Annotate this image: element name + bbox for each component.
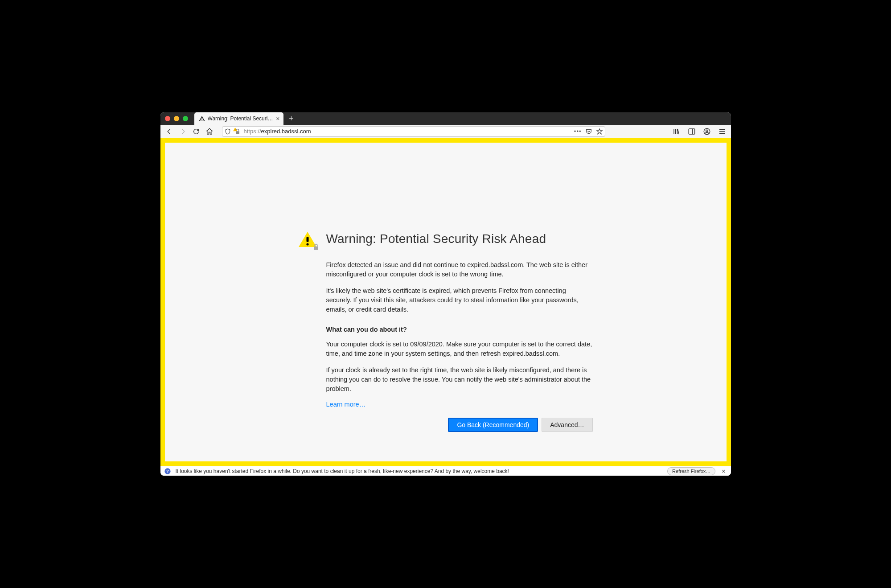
account-icon[interactable] [702,127,711,136]
window-minimize-button[interactable] [174,116,179,121]
url-text: https://expired.badssl.com [244,128,571,135]
error-body: Firefox detected an issue and did not co… [299,260,593,432]
tab-close-button[interactable]: × [276,115,279,122]
url-host: expired.badssl.com [261,128,311,135]
info-bar: ? It looks like you haven't started Fire… [160,466,731,476]
tab-bar: Warning: Potential Security Risk × + [160,112,731,125]
lock-warning-icon[interactable] [234,128,241,135]
error-header: Warning: Potential Security Risk Ahead [299,232,593,248]
url-bar[interactable]: https://expired.badssl.com ••• [222,126,605,137]
info-icon: ? [164,468,171,475]
back-button[interactable] [165,127,174,136]
error-paragraph-2: It's likely the web site's certificate i… [326,286,593,314]
new-tab-button[interactable]: + [285,112,298,125]
menu-icon[interactable] [718,127,727,136]
home-button[interactable] [205,127,214,136]
error-paragraph-1: Firefox detected an issue and did not co… [326,260,593,279]
window-controls [165,116,188,121]
go-back-button[interactable]: Go Back (Recommended) [448,418,538,432]
toolbar: https://expired.badssl.com ••• [160,125,731,138]
url-actions: ••• [574,128,603,135]
window-close-button[interactable] [165,116,170,121]
svg-point-6 [706,130,708,132]
library-icon[interactable] [672,127,681,136]
toolbar-right-icons [672,127,727,136]
info-message: It looks like you haven't started Firefo… [176,468,663,474]
content-frame: Warning: Potential Security Risk Ahead F… [160,138,731,466]
svg-rect-3 [689,129,695,134]
pocket-icon[interactable] [585,128,592,135]
tab-title: Warning: Potential Security Risk [208,115,274,122]
browser-tab[interactable]: Warning: Potential Security Risk × [194,112,283,125]
svg-rect-7 [306,237,308,242]
error-box: Warning: Potential Security Risk Ahead F… [299,232,593,461]
window-zoom-button[interactable] [183,116,188,121]
bookmark-star-icon[interactable] [596,128,603,135]
error-buttons: Go Back (Recommended) Advanced… [326,418,593,432]
refresh-firefox-button[interactable]: Refresh Firefox… [667,467,715,475]
forward-button[interactable] [178,127,187,136]
learn-more-link[interactable]: Learn more… [326,401,366,408]
svg-text:?: ? [166,469,169,473]
advanced-button[interactable]: Advanced… [542,418,592,432]
nav-buttons [165,127,214,136]
error-page: Warning: Potential Security Risk Ahead F… [165,143,727,461]
error-paragraph-4: If your clock is already set to the righ… [326,366,593,394]
svg-point-8 [306,243,308,245]
browser-window: Warning: Potential Security Risk × + [160,112,731,476]
warning-triangle-icon [299,232,316,248]
svg-rect-9 [314,247,318,250]
shield-icon[interactable] [224,128,231,135]
svg-rect-1 [235,128,235,130]
error-title: Warning: Potential Security Risk Ahead [326,232,546,246]
error-paragraph-3: Your computer clock is set to 09/09/2020… [326,340,593,358]
url-scheme: https:// [244,128,261,135]
sidebar-icon[interactable] [687,127,696,136]
info-close-button[interactable]: × [720,468,727,475]
lock-icon [313,243,319,251]
page-actions-button[interactable]: ••• [574,128,582,135]
svg-rect-2 [235,130,235,130]
reload-button[interactable] [192,127,201,136]
what-heading: What can you do about it? [326,325,593,334]
warning-icon [199,115,205,122]
